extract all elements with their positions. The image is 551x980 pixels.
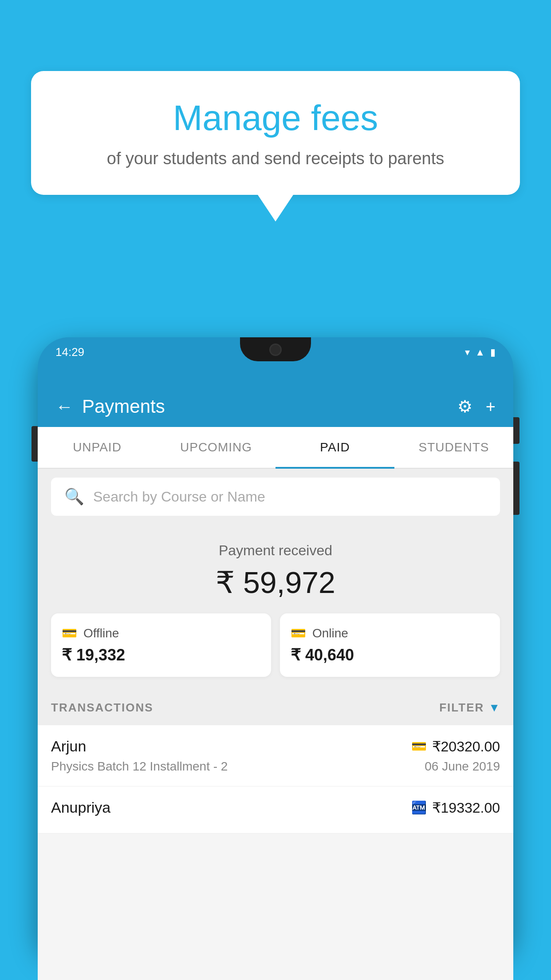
payment-amount: ₹ 59,972 <box>51 565 500 600</box>
online-payment-icon: 💳 <box>291 626 306 640</box>
transactions-header: TRANSACTIONS FILTER ▼ <box>38 690 513 725</box>
online-label: Online <box>312 626 348 640</box>
offline-card-header: 💳 Offline <box>62 626 260 640</box>
volume-up-button <box>513 462 520 515</box>
status-time: 14:29 <box>55 345 84 359</box>
speech-bubble-title: Manage fees <box>67 98 484 138</box>
transaction-bottom: Physics Batch 12 Installment - 2 06 June… <box>51 759 500 774</box>
speech-bubble-container: Manage fees of your students and send re… <box>31 71 520 221</box>
transaction-amount: ₹20320.00 <box>432 738 500 755</box>
filter-icon: ▼ <box>488 701 500 715</box>
filter-label: FILTER <box>439 701 484 715</box>
online-amount: ₹ 40,640 <box>291 646 489 664</box>
status-icons: ▾ ▲ ▮ <box>465 347 496 358</box>
filter-container[interactable]: FILTER ▼ <box>439 701 500 715</box>
online-payment-icon: 💳 <box>411 739 427 754</box>
settings-icon[interactable]: ⚙ <box>457 397 472 416</box>
tab-upcoming[interactable]: UPCOMING <box>157 427 276 468</box>
transaction-name: Anupriya <box>51 799 110 816</box>
tab-students[interactable]: STUDENTS <box>394 427 513 468</box>
front-camera <box>269 344 282 356</box>
battery-icon: ▮ <box>490 347 496 358</box>
transaction-top: Anupriya 🏧 ₹19332.00 <box>51 799 500 816</box>
search-container: 🔍 Search by Course or Name <box>38 469 513 525</box>
phone-container: 14:29 ▾ ▲ ▮ ← Payments ⚙ + <box>38 337 513 980</box>
search-icon: 🔍 <box>64 487 84 506</box>
tabs-container: UNPAID UPCOMING PAID STUDENTS <box>38 427 513 469</box>
table-row[interactable]: Anupriya 🏧 ₹19332.00 <box>38 786 513 834</box>
volume-button <box>31 426 38 462</box>
offline-label: Offline <box>83 626 119 640</box>
transaction-name: Arjun <box>51 738 86 755</box>
phone-top: 14:29 ▾ ▲ ▮ <box>38 337 513 386</box>
offline-card: 💳 Offline ₹ 19,332 <box>51 613 271 677</box>
transaction-amount-container: 🏧 ₹19332.00 <box>411 799 500 816</box>
online-card: 💳 Online ₹ 40,640 <box>280 613 500 677</box>
transactions-label: TRANSACTIONS <box>51 701 153 715</box>
signal-icon: ▲ <box>475 347 485 358</box>
payment-summary: Payment received ₹ 59,972 💳 Offline ₹ 19… <box>38 525 513 690</box>
header-title: Payments <box>82 396 165 417</box>
transaction-top: Arjun 💳 ₹20320.00 <box>51 738 500 755</box>
table-row[interactable]: Arjun 💳 ₹20320.00 Physics Batch 12 Insta… <box>38 725 513 786</box>
header-right: ⚙ + <box>457 397 496 416</box>
back-button[interactable]: ← <box>55 397 73 417</box>
notch <box>240 337 311 361</box>
app-header: ← Payments ⚙ + <box>38 386 513 427</box>
payment-cards: 💳 Offline ₹ 19,332 💳 Online ₹ 40,640 <box>51 613 500 677</box>
tab-unpaid[interactable]: UNPAID <box>38 427 157 468</box>
transaction-course: Physics Batch 12 Installment - 2 <box>51 759 228 774</box>
power-button <box>513 417 520 444</box>
transaction-amount-container: 💳 ₹20320.00 <box>411 738 500 755</box>
header-left: ← Payments <box>55 396 165 417</box>
transaction-date: 06 June 2019 <box>425 759 500 774</box>
app-screen: ← Payments ⚙ + UNPAID UPCOMING PAID <box>38 386 513 980</box>
speech-bubble: Manage fees of your students and send re… <box>31 71 520 195</box>
offline-payment-icon: 💳 <box>62 626 77 640</box>
phone-frame: 14:29 ▾ ▲ ▮ ← Payments ⚙ + <box>38 337 513 954</box>
search-input[interactable]: Search by Course or Name <box>93 489 265 505</box>
online-card-header: 💳 Online <box>291 626 489 640</box>
tab-paid[interactable]: PAID <box>276 427 394 468</box>
add-icon[interactable]: + <box>486 397 496 416</box>
offline-amount: ₹ 19,332 <box>62 646 260 664</box>
speech-bubble-tail <box>258 195 293 221</box>
payment-received-label: Payment received <box>51 542 500 559</box>
wifi-icon: ▾ <box>465 347 470 358</box>
offline-payment-icon: 🏧 <box>411 800 427 815</box>
search-bar[interactable]: 🔍 Search by Course or Name <box>51 478 500 516</box>
speech-bubble-subtitle: of your students and send receipts to pa… <box>67 149 484 168</box>
transaction-amount: ₹19332.00 <box>432 799 500 816</box>
